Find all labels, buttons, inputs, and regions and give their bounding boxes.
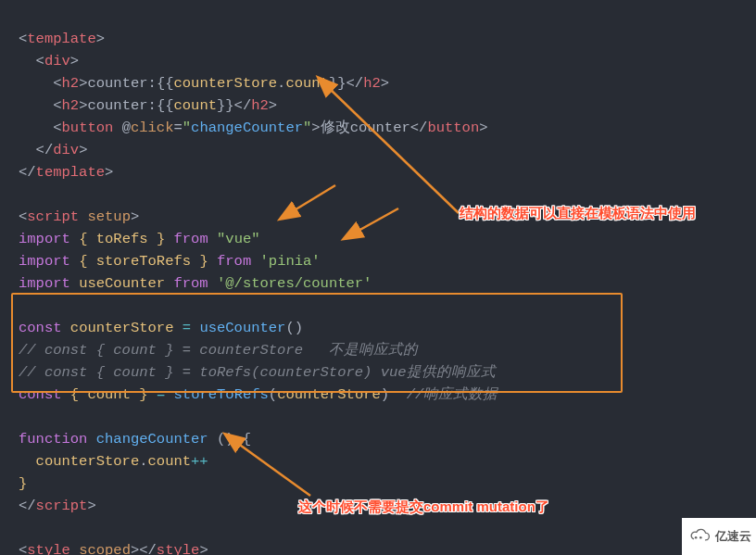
svg-point-1 (694, 536, 697, 539)
annotation-text-top: 结构的数据可以直接在模板语法中使用 (460, 202, 696, 224)
code-block: <template> <div> <h2>counter:{{counterSt… (0, 0, 756, 555)
svg-point-2 (699, 536, 702, 539)
watermark: 亿速云 (682, 518, 756, 555)
annotation-text-bottom: 这个时候不需要提交commit mutation了 (298, 496, 549, 518)
cloud-icon (687, 528, 712, 545)
watermark-text: 亿速云 (715, 525, 751, 548)
